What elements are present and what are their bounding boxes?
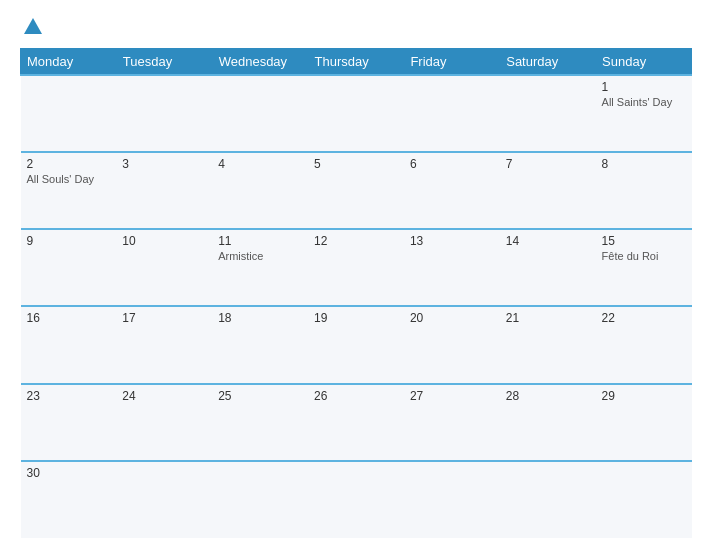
calendar-cell: 28: [500, 384, 596, 461]
calendar-cell: 26: [308, 384, 404, 461]
calendar-header-row: MondayTuesdayWednesdayThursdayFridaySatu…: [21, 49, 692, 76]
day-event: Armistice: [218, 250, 302, 262]
day-number: 26: [314, 389, 398, 403]
calendar-cell: 16: [21, 306, 117, 383]
day-number: 24: [122, 389, 206, 403]
calendar-cell: 18: [212, 306, 308, 383]
calendar-cell: [500, 75, 596, 152]
day-number: 25: [218, 389, 302, 403]
calendar-cell: 30: [21, 461, 117, 538]
calendar-week-5: 23242526272829: [21, 384, 692, 461]
svg-marker-0: [24, 18, 42, 34]
day-number: 20: [410, 311, 494, 325]
day-number: 17: [122, 311, 206, 325]
calendar-week-6: 30: [21, 461, 692, 538]
calendar-cell: 13: [404, 229, 500, 306]
day-number: 15: [602, 234, 686, 248]
calendar-cell: 9: [21, 229, 117, 306]
day-event: All Souls' Day: [27, 173, 111, 185]
calendar-cell: 29: [596, 384, 692, 461]
calendar-cell: [404, 461, 500, 538]
calendar-cell: 22: [596, 306, 692, 383]
calendar-week-4: 16171819202122: [21, 306, 692, 383]
calendar-cell: 5: [308, 152, 404, 229]
calendar-cell: [596, 461, 692, 538]
day-number: 4: [218, 157, 302, 171]
calendar-cell: 27: [404, 384, 500, 461]
calendar-cell: [212, 75, 308, 152]
logo-icon: [22, 16, 44, 38]
day-number: 10: [122, 234, 206, 248]
calendar-cell: [116, 75, 212, 152]
calendar-header-monday: Monday: [21, 49, 117, 76]
calendar-cell: [21, 75, 117, 152]
calendar-cell: 11Armistice: [212, 229, 308, 306]
calendar-week-1: 1All Saints' Day: [21, 75, 692, 152]
day-number: 19: [314, 311, 398, 325]
day-number: 29: [602, 389, 686, 403]
calendar-cell: 14: [500, 229, 596, 306]
calendar-cell: 25: [212, 384, 308, 461]
calendar-header-sunday: Sunday: [596, 49, 692, 76]
page-header: [20, 16, 692, 38]
calendar-cell: [308, 75, 404, 152]
calendar-cell: 24: [116, 384, 212, 461]
day-number: 2: [27, 157, 111, 171]
day-number: 1: [602, 80, 686, 94]
calendar-cell: 6: [404, 152, 500, 229]
day-number: 6: [410, 157, 494, 171]
calendar-cell: [116, 461, 212, 538]
day-number: 11: [218, 234, 302, 248]
day-number: 14: [506, 234, 590, 248]
calendar-cell: 2All Souls' Day: [21, 152, 117, 229]
calendar-table: MondayTuesdayWednesdayThursdayFridaySatu…: [20, 48, 692, 538]
day-number: 23: [27, 389, 111, 403]
day-number: 13: [410, 234, 494, 248]
calendar-cell: 1All Saints' Day: [596, 75, 692, 152]
calendar-cell: 12: [308, 229, 404, 306]
calendar-cell: [500, 461, 596, 538]
day-number: 9: [27, 234, 111, 248]
calendar-cell: 7: [500, 152, 596, 229]
day-number: 7: [506, 157, 590, 171]
calendar-header-friday: Friday: [404, 49, 500, 76]
calendar-header-wednesday: Wednesday: [212, 49, 308, 76]
day-number: 28: [506, 389, 590, 403]
calendar-cell: 4: [212, 152, 308, 229]
calendar-cell: [404, 75, 500, 152]
calendar-cell: [212, 461, 308, 538]
calendar-cell: 19: [308, 306, 404, 383]
day-number: 30: [27, 466, 111, 480]
calendar-header-thursday: Thursday: [308, 49, 404, 76]
calendar-week-2: 2All Souls' Day345678: [21, 152, 692, 229]
calendar-cell: 15Fête du Roi: [596, 229, 692, 306]
logo: [20, 16, 44, 38]
calendar-cell: 23: [21, 384, 117, 461]
day-number: 18: [218, 311, 302, 325]
calendar-cell: 8: [596, 152, 692, 229]
day-event: All Saints' Day: [602, 96, 686, 108]
day-number: 12: [314, 234, 398, 248]
day-number: 3: [122, 157, 206, 171]
calendar-cell: 17: [116, 306, 212, 383]
calendar-cell: 20: [404, 306, 500, 383]
calendar-header-tuesday: Tuesday: [116, 49, 212, 76]
calendar-cell: [308, 461, 404, 538]
calendar-cell: 21: [500, 306, 596, 383]
day-number: 21: [506, 311, 590, 325]
calendar-cell: 3: [116, 152, 212, 229]
day-event: Fête du Roi: [602, 250, 686, 262]
day-number: 5: [314, 157, 398, 171]
calendar-cell: 10: [116, 229, 212, 306]
day-number: 27: [410, 389, 494, 403]
day-number: 8: [602, 157, 686, 171]
day-number: 16: [27, 311, 111, 325]
calendar-header-saturday: Saturday: [500, 49, 596, 76]
calendar-week-3: 91011Armistice12131415Fête du Roi: [21, 229, 692, 306]
day-number: 22: [602, 311, 686, 325]
